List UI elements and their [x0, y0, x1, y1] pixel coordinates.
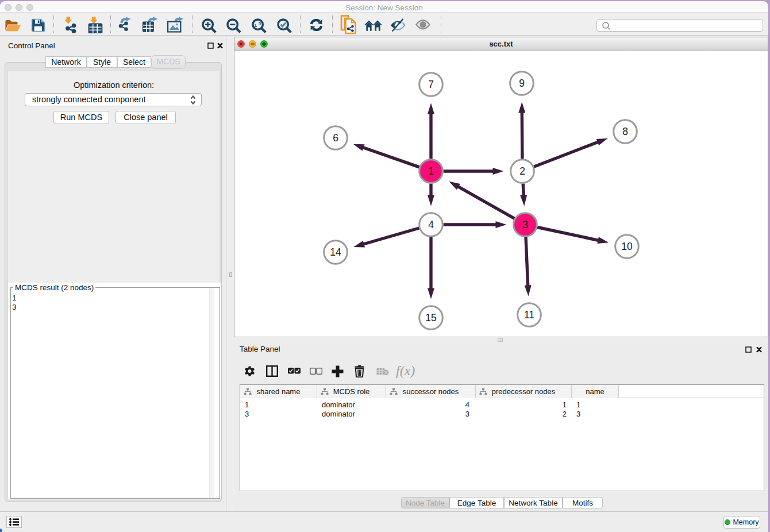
- svg-text:8: 8: [622, 126, 628, 137]
- svg-text:7: 7: [428, 79, 434, 90]
- svg-text:11: 11: [524, 309, 534, 321]
- svg-text:9: 9: [519, 78, 525, 89]
- svg-text:6: 6: [333, 132, 338, 144]
- svg-text:3: 3: [522, 219, 528, 230]
- svg-text:14: 14: [330, 246, 341, 258]
- svg-text:2: 2: [519, 165, 525, 177]
- svg-text:10: 10: [621, 241, 633, 252]
- svg-text:4: 4: [428, 219, 434, 230]
- svg-text:1: 1: [428, 165, 434, 177]
- svg-text:15: 15: [425, 312, 436, 323]
